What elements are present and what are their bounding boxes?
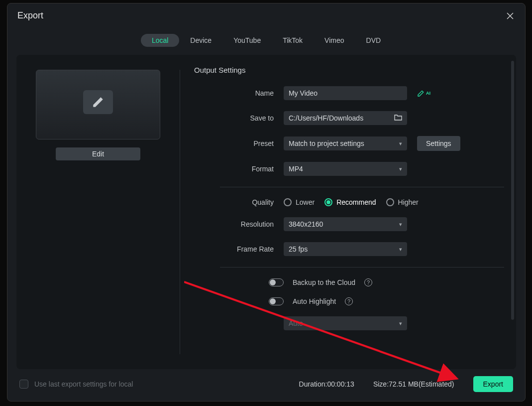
chevron-down-icon: ▾ [399,166,402,172]
content-area: Edit Output Settings Name AI Save to C:/… [16,55,516,369]
tab-dvd[interactable]: DVD [355,34,392,47]
use-last-settings-label: Use last export settings for local [34,380,133,388]
preset-value: Match to project settings [289,139,364,147]
dialog-footer: Use last export settings for local Durat… [7,376,525,401]
preset-settings-button[interactable]: Settings [417,136,460,151]
quality-higher[interactable]: Higher [386,198,419,206]
quality-recommend-label: Recommend [336,198,376,206]
divider-1 [220,187,504,187]
auto-highlight-label: Auto Highlight [293,297,336,305]
tab-local[interactable]: Local [141,34,179,47]
edit-button[interactable]: Edit [56,147,140,160]
row-format: Format MP4 ▾ [194,162,504,176]
row-name: Name AI [194,86,504,100]
resolution-value: 3840x2160 [289,220,323,228]
close-icon [506,12,514,20]
row-highlight-value: Auto ▾ [194,316,504,330]
quality-lower[interactable]: Lower [284,198,315,206]
use-last-settings-checkbox[interactable] [19,380,28,389]
quality-higher-label: Higher [398,198,419,206]
video-preview[interactable] [36,70,160,139]
export-tabs: Local Device YouTube TikTok Vimeo DVD [141,34,392,47]
output-settings-title: Output Settings [194,66,504,74]
backup-label: Backup to the Cloud [293,278,355,286]
label-preset: Preset [194,139,284,147]
backup-toggle[interactable] [269,278,284,286]
size-info: Size:72.51 MB(Estimated) [373,380,454,388]
preset-select[interactable]: Match to project settings ▾ [284,136,407,150]
label-save-to: Save to [194,114,284,122]
chevron-down-icon: ▾ [399,140,402,147]
quality-lower-label: Lower [296,198,315,206]
row-frame-rate: Frame Rate 25 fps ▾ [194,242,504,256]
frame-rate-select[interactable]: 25 fps ▾ [284,242,407,256]
quality-recommend[interactable]: Recommend [324,198,376,206]
radio-icon [284,198,292,206]
auto-highlight-value: Auto [289,319,303,327]
scrollbar[interactable] [511,61,514,320]
format-select[interactable]: MP4 ▾ [284,162,407,176]
name-input[interactable] [284,86,407,100]
row-save-to: Save to C:/Users/HF/Downloads [194,111,504,125]
auto-highlight-select[interactable]: Auto ▾ [284,316,407,330]
dialog-title: Export [17,10,43,21]
label-format: Format [194,165,284,173]
preview-panel: Edit [16,55,180,369]
radio-icon [386,198,394,206]
ai-name-icon[interactable]: AI [417,89,430,97]
chevron-down-icon: ▾ [399,246,402,253]
row-preset: Preset Match to project settings ▾ Setti… [194,136,504,151]
tab-device[interactable]: Device [179,34,222,47]
divider-2 [220,267,504,268]
row-resolution: Resolution 3840x2160 ▾ [194,217,504,231]
row-quality: Quality Lower Recommend Higher [194,198,504,206]
save-to-value: C:/Users/HF/Downloads [289,114,363,122]
chevron-down-icon: ▾ [399,221,402,228]
label-name: Name [194,89,284,97]
save-to-field[interactable]: C:/Users/HF/Downloads [284,111,407,125]
export-dialog: Export Local Device YouTube TikTok Vimeo… [7,3,526,402]
chevron-down-icon: ▾ [399,320,402,327]
settings-panel: Output Settings Name AI Save to C:/Users… [180,55,516,369]
radio-icon [324,198,332,206]
edit-preview-icon [83,90,113,114]
folder-icon [394,114,402,123]
label-frame-rate: Frame Rate [194,245,284,253]
label-resolution: Resolution [194,220,284,228]
tabs-row: Local Device YouTube TikTok Vimeo DVD [7,26,525,55]
row-auto-highlight: Auto Highlight ? [194,297,504,305]
resolution-select[interactable]: 3840x2160 ▾ [284,217,407,231]
pencil-icon [92,96,105,109]
frame-rate-value: 25 fps [289,245,308,253]
tab-tiktok[interactable]: TikTok [272,34,314,47]
help-icon[interactable]: ? [364,278,372,286]
tab-youtube[interactable]: YouTube [222,34,272,47]
close-button[interactable] [505,11,515,21]
row-backup: Backup to the Cloud ? [194,278,504,286]
help-icon[interactable]: ? [345,297,353,305]
quality-radio-group: Lower Recommend Higher [284,198,419,206]
dialog-header: Export [7,3,525,26]
tab-vimeo[interactable]: Vimeo [314,34,355,47]
format-value: MP4 [289,165,303,173]
label-quality: Quality [194,198,284,206]
auto-highlight-toggle[interactable] [269,297,284,305]
export-button[interactable]: Export [473,376,513,392]
duration-info: Duration:00:00:13 [299,380,354,388]
